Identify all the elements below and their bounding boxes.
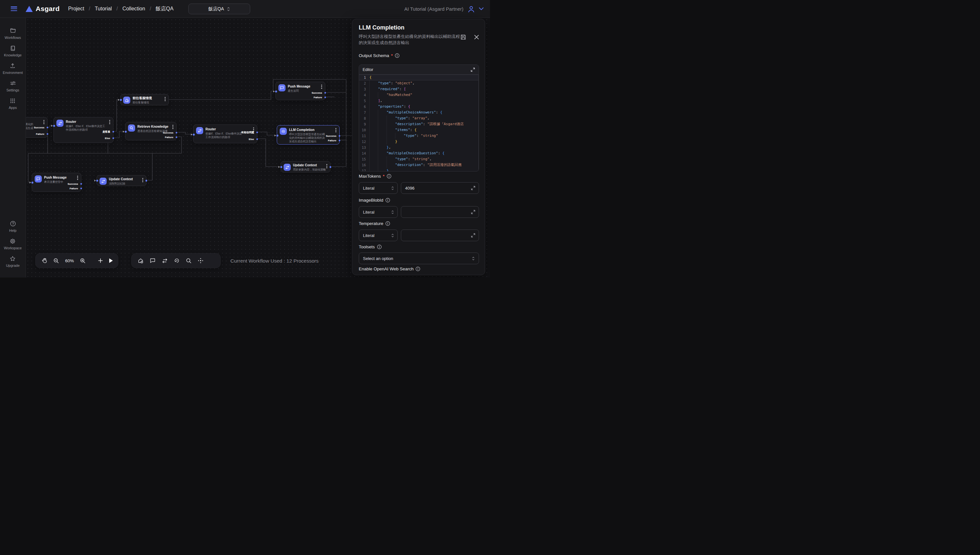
info-icon[interactable]	[385, 221, 390, 226]
input-port[interactable]	[123, 131, 127, 133]
breadcrumb-tutorial[interactable]: Tutorial	[94, 6, 112, 12]
close-icon[interactable]	[474, 35, 479, 40]
port-failure[interactable]: Failure	[328, 139, 339, 142]
node-menu-icon[interactable]	[253, 127, 254, 128]
menu-icon[interactable]	[11, 6, 17, 11]
star-icon	[10, 255, 16, 262]
zoom-in-icon[interactable]	[80, 258, 86, 263]
input-port[interactable]	[191, 133, 195, 135]
sliders-icon	[10, 80, 16, 87]
node-llm-completion[interactable]: LLM Completion 呼叫大型語言模型並產生結構化的資料輸出以輔助流程的…	[277, 125, 339, 144]
temperature-input[interactable]	[401, 229, 479, 241]
port-is-customer-service[interactable]: 是客服	[102, 130, 113, 133]
node-menu-icon[interactable]	[142, 178, 143, 179]
port-failure[interactable]: Failure	[36, 133, 47, 135]
node-update-context-bottom[interactable]: Update Context 清除對話紀錄	[96, 175, 146, 186]
node-menu-icon[interactable]	[109, 120, 110, 121]
temperature-mode-select[interactable]: Literal	[359, 229, 398, 241]
input-port[interactable]	[279, 166, 282, 168]
chat-icon	[279, 84, 285, 91]
add-scenario-icon[interactable]	[138, 258, 144, 263]
search-icon	[128, 125, 135, 132]
workflow-select[interactable]: 飯店QA	[188, 3, 250, 14]
expand-icon[interactable]	[471, 67, 475, 72]
add-llm-icon[interactable]	[174, 258, 180, 263]
imageblobid-input[interactable]	[401, 206, 479, 218]
add-message-icon[interactable]	[150, 258, 155, 263]
code-lines[interactable]: 1{2"type": "object",3"required": [4"hasM…	[359, 75, 479, 171]
input-port[interactable]	[29, 181, 34, 183]
sidebar-item-workflows[interactable]: Workflows	[5, 27, 21, 40]
port-success[interactable]: Success	[34, 126, 47, 129]
node-menu-icon[interactable]	[77, 176, 78, 177]
imageblobid-mode-select[interactable]: Literal	[359, 206, 398, 218]
input-port[interactable]	[94, 180, 98, 181]
expand-icon[interactable]	[471, 186, 476, 190]
sidebar-item-help[interactable]: Help	[9, 220, 16, 233]
input-port[interactable]	[274, 135, 279, 136]
port-success[interactable]: Success	[326, 135, 339, 138]
breadcrumb-collection[interactable]: Collection	[123, 6, 145, 12]
input-port[interactable]	[51, 125, 55, 127]
node-menu-icon[interactable]	[321, 85, 322, 86]
port-failure[interactable]: Failure	[314, 96, 325, 99]
node-menu-icon[interactable]	[165, 97, 166, 98]
input-port[interactable]	[273, 90, 277, 92]
expand-icon[interactable]	[471, 233, 476, 237]
add-router-icon[interactable]	[162, 258, 168, 263]
node-router-2[interactable]: Router 依據If、Else If、Else條件決定工作流程執行的路徑 有相…	[193, 125, 257, 143]
node-menu-icon[interactable]	[326, 164, 327, 165]
node-push-message-bottom[interactable]: Push Message 表示流量控管中 Success Failure	[32, 173, 81, 192]
port-similar-question[interactable]: 有相似問題	[241, 131, 257, 134]
node-llm-partial[interactable]: 構化的 或生成 Success Failure	[26, 117, 48, 138]
port-success[interactable]: Success	[163, 131, 176, 134]
node-subtitle: 清除對話紀錄	[109, 182, 133, 185]
node-push-message-top[interactable]: Push Message 產生追問 Success Failure	[275, 82, 325, 100]
add-node-button[interactable]	[98, 258, 103, 263]
breadcrumb-project[interactable]: Project	[68, 6, 84, 12]
node-retrieve-knowledge[interactable]: Retrieve Knowledge 透過自然語言檢索知識庫 Success F…	[125, 122, 177, 140]
schema-editor[interactable]: Editor 1{2"type": "object",3"required": …	[359, 64, 479, 172]
sidebar-item-upgrade[interactable]: Upgrade	[6, 255, 19, 268]
move-icon[interactable]	[198, 258, 203, 263]
port-failure[interactable]: Failure	[165, 136, 176, 139]
port-failure[interactable]: Failure	[70, 187, 81, 190]
sidebar-item-knowledge[interactable]: Knowledge	[4, 45, 21, 57]
port-success[interactable]: Success	[68, 183, 81, 185]
port-success[interactable]: Success	[312, 91, 325, 94]
node-menu-icon[interactable]	[335, 128, 336, 129]
run-workflow-button[interactable]	[109, 258, 113, 263]
node-goto-scenario[interactable]: 前往客服情境 前往客服情境	[120, 94, 169, 105]
node-router-1[interactable]: Router 依據If、Else If、Else條件決定工作流程執行的路徑 是客…	[53, 117, 114, 143]
toolsets-select[interactable]: Select an option	[359, 253, 479, 264]
sidebar-item-apps[interactable]: Apps	[9, 98, 17, 109]
search-icon[interactable]	[186, 258, 192, 263]
node-menu-icon[interactable]	[172, 125, 173, 126]
chevron-up-down-icon	[227, 7, 230, 11]
node-title: LLM Completion	[289, 128, 325, 132]
info-icon[interactable]	[385, 198, 390, 203]
port-else[interactable]: Else	[105, 137, 113, 140]
pan-hand-icon[interactable]	[42, 258, 47, 263]
info-icon[interactable]	[415, 266, 420, 271]
zoom-out-icon[interactable]	[53, 258, 59, 263]
chevron-down-icon[interactable]	[479, 8, 484, 10]
app-logo[interactable]: Asgard	[26, 5, 59, 13]
user-icon[interactable]	[467, 5, 475, 13]
sidebar-item-settings[interactable]: Settings	[6, 80, 19, 92]
editor-label: Editor	[363, 67, 373, 72]
sidebar-item-workspace[interactable]: Workspace	[4, 238, 22, 250]
node-menu-icon[interactable]	[43, 120, 45, 121]
input-port[interactable]	[118, 99, 122, 101]
info-icon[interactable]	[377, 244, 382, 249]
maxtokens-mode-select[interactable]: Literal	[359, 182, 398, 194]
expand-icon[interactable]	[471, 210, 476, 214]
maxtokens-input[interactable]: 4096	[401, 182, 479, 194]
sidebar-item-environment[interactable]: Environment	[3, 63, 23, 75]
node-update-context-right[interactable]: Update Context 用於更新內容，初始化變數	[281, 161, 331, 172]
info-icon[interactable]	[387, 174, 391, 179]
port-else[interactable]: Else	[249, 138, 257, 141]
save-icon[interactable]	[460, 34, 466, 40]
grid-icon	[10, 98, 16, 104]
info-icon[interactable]	[395, 53, 400, 58]
